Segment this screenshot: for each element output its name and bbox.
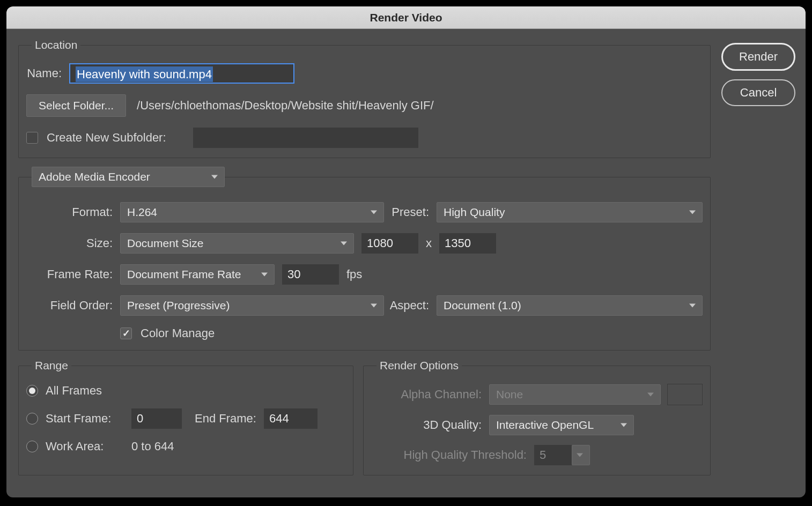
format-dropdown[interactable]: H.264 [120,202,384,222]
render-options-legend: Render Options [377,359,462,372]
all-frames-row: All Frames [26,384,345,398]
alpha-dropdown: None [489,384,661,405]
encoder-type-dropdown[interactable]: Adobe Media Encoder [32,167,225,187]
start-end-row: Start Frame: End Frame: [26,408,345,429]
workarea-radio[interactable] [26,441,38,452]
quality-label: 3D Quality: [371,418,489,432]
size-row: Size: Document Size x [26,233,703,254]
threshold-stepper [572,445,590,465]
field-row: Field Order: Preset (Progressive) Aspect… [26,295,703,316]
subfolder-input[interactable] [193,128,418,148]
titlebar: Render Video [6,6,806,29]
aspect-label: Aspect: [384,299,437,312]
cancel-button[interactable]: Cancel [721,79,795,106]
alpha-row: Alpha Channel: None [371,384,703,405]
workarea-row: Work Area: 0 to 644 [26,440,345,453]
preset-dropdown[interactable]: High Quality [437,202,703,222]
end-frame-input[interactable] [264,408,318,429]
size-width-input[interactable] [361,233,418,254]
alpha-label: Alpha Channel: [371,388,489,401]
dialog-body: Location Name: Heavenly with sound.mp4 S… [6,29,806,485]
name-label: Name: [26,66,69,80]
subfolder-label: Create New Subfolder: [47,131,174,145]
aspect-dropdown[interactable]: Document (1.0) [437,295,703,316]
quality-dropdown[interactable]: Interactive OpenGL [489,415,634,435]
location-legend: Location [32,39,80,51]
preset-label: Preset: [384,205,437,219]
size-label: Size: [26,236,120,250]
color-manage-label: Color Manage [141,326,234,340]
encoder-legend: Adobe Media Encoder [32,167,225,187]
folder-row: Select Folder... /Users/chloethomas/Desk… [26,94,703,117]
quality-row: 3D Quality: Interactive OpenGL [371,415,703,435]
main-content: Location Name: Heavenly with sound.mp4 S… [18,39,711,475]
subfolder-row: Create New Subfolder: [26,128,703,148]
fps-row: Frame Rate: Document Frame Rate fps [26,264,703,285]
end-frame-label: End Frame: [195,412,256,426]
encoder-fieldset: Adobe Media Encoder Format: H.264 Preset… [18,167,711,351]
start-frame-input[interactable] [131,408,182,429]
fps-type-dropdown[interactable]: Document Frame Rate [120,264,275,285]
threshold-label: High Quality Threshold: [371,448,534,462]
start-frame-label: Start Frame: [46,412,124,426]
fps-label: Frame Rate: [26,267,120,281]
format-label: Format: [26,205,120,219]
all-frames-radio[interactable] [26,385,38,397]
range-fieldset: Range All Frames Start Frame: End Frame: [18,359,353,475]
range-legend: Range [32,359,71,372]
name-row: Name: Heavenly with sound.mp4 [26,63,703,84]
size-type-dropdown[interactable]: Document Size [120,233,354,254]
dialog-title: Render Video [370,11,442,24]
render-button[interactable]: Render [721,43,795,71]
size-x: x [426,236,432,250]
fps-unit: fps [346,267,362,281]
name-input[interactable]: Heavenly with sound.mp4 [69,63,294,84]
threshold-row: High Quality Threshold: [371,445,703,465]
render-options-fieldset: Render Options Alpha Channel: None 3D Qu… [363,359,711,475]
alpha-color-swatch [667,384,703,405]
side-buttons: Render Cancel [721,39,795,475]
bottom-row: Range All Frames Start Frame: End Frame: [18,359,711,475]
format-row: Format: H.264 Preset: High Quality [26,202,703,222]
workarea-value: 0 to 644 [131,440,174,453]
render-video-dialog: Render Video Location Name: Heavenly wit… [6,6,806,497]
all-frames-label: All Frames [46,384,102,398]
field-order-dropdown[interactable]: Preset (Progressive) [120,295,384,316]
field-label: Field Order: [26,299,120,312]
color-manage-row: Color Manage [26,326,703,340]
name-value: Heavenly with sound.mp4 [76,66,213,82]
threshold-input [534,445,572,465]
select-folder-button[interactable]: Select Folder... [26,94,126,117]
subfolder-checkbox[interactable] [26,132,38,144]
workarea-label: Work Area: [46,440,124,453]
folder-path: /Users/chloethomas/Desktop/Website shit/… [137,99,433,113]
location-fieldset: Location Name: Heavenly with sound.mp4 S… [18,39,711,158]
color-manage-checkbox[interactable] [120,328,132,339]
start-frame-radio[interactable] [26,413,38,425]
fps-input[interactable] [282,264,339,285]
size-height-input[interactable] [439,233,496,254]
